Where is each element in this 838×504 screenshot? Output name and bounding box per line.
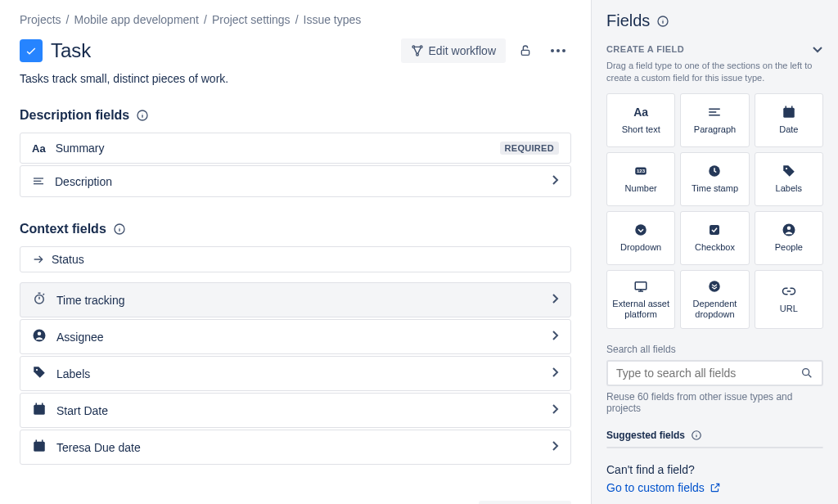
more-actions-icon[interactable] <box>545 38 571 64</box>
breadcrumb-projects[interactable]: Projects <box>20 13 61 26</box>
discard-button[interactable]: Discard <box>414 501 472 504</box>
context-fields-heading: Context fields <box>20 222 571 236</box>
chevron-down-icon[interactable] <box>812 42 823 56</box>
svg-rect-18 <box>36 403 38 406</box>
field-row[interactable]: Teresa Due date <box>20 430 571 465</box>
chevron-right-icon <box>551 293 559 307</box>
page-title: Task <box>51 39 91 62</box>
breadcrumb-project[interactable]: Mobile app development <box>74 13 199 26</box>
chevron-right-icon <box>551 440 559 454</box>
num-icon: 123 <box>633 164 648 178</box>
breadcrumb: Projects / Mobile app development / Proj… <box>20 13 571 26</box>
create-field-description: Drag a field type to one of the sections… <box>606 60 823 85</box>
svg-point-36 <box>635 224 647 236</box>
fields-panel-title: Fields <box>606 11 823 30</box>
lock-icon[interactable] <box>512 38 538 64</box>
field-type-url[interactable]: URL <box>755 270 823 329</box>
drop-icon <box>633 223 648 237</box>
suggested-fields-placeholder <box>606 447 823 448</box>
svg-rect-27 <box>710 115 721 116</box>
depdrop-icon <box>707 279 722 294</box>
field-row[interactable]: Time tracking <box>20 282 571 317</box>
field-type-number[interactable]: 123Number <box>606 152 675 206</box>
field-row[interactable]: Start Date <box>20 393 571 428</box>
tag-icon <box>782 164 796 178</box>
svg-point-14 <box>38 332 42 336</box>
url-icon <box>782 284 796 299</box>
person-icon <box>782 223 796 237</box>
svg-rect-19 <box>42 403 43 406</box>
svg-point-39 <box>787 227 791 231</box>
arrow-right-icon <box>32 253 45 266</box>
field-summary[interactable]: Aa Summary REQUIRED <box>20 133 571 164</box>
go-to-custom-fields-link[interactable]: Go to custom fields <box>606 481 823 494</box>
tag-icon <box>32 365 47 382</box>
field-type-dependent-dropdown[interactable]: Dependent dropdown <box>680 270 749 329</box>
search-icon <box>800 367 813 380</box>
svg-text:123: 123 <box>637 169 646 173</box>
field-type-time-stamp[interactable]: Time stamp <box>680 152 749 206</box>
required-badge: REQUIRED <box>500 142 559 155</box>
edit-workflow-button[interactable]: Edit workflow <box>401 38 506 63</box>
info-icon[interactable] <box>136 109 149 122</box>
cal-icon <box>32 439 47 456</box>
stopwatch-icon <box>32 291 47 308</box>
field-type-external-asset-platform[interactable]: External asset platform <box>606 270 675 329</box>
svg-point-4 <box>551 49 554 52</box>
suggested-fields-label: Suggested fields <box>606 429 823 442</box>
svg-rect-25 <box>710 109 721 110</box>
cal-icon <box>782 105 796 119</box>
breadcrumb-settings[interactable]: Project settings <box>212 13 291 26</box>
Aa-icon: Aa <box>633 105 648 119</box>
svg-point-42 <box>803 369 809 376</box>
chevron-right-icon <box>551 367 559 380</box>
chevron-right-icon <box>551 174 559 188</box>
para-icon <box>707 105 722 119</box>
info-icon[interactable] <box>656 15 669 28</box>
cal-icon <box>32 402 47 419</box>
field-type-paragraph[interactable]: Paragraph <box>680 93 749 147</box>
field-type-checkbox[interactable]: Checkbox <box>680 211 749 265</box>
svg-point-15 <box>36 369 38 371</box>
person-icon <box>32 328 47 345</box>
description-fields-heading: Description fields <box>20 108 571 123</box>
field-description[interactable]: Description <box>20 165 571 197</box>
save-changes-button: Save changes <box>479 501 571 504</box>
svg-rect-37 <box>710 225 719 235</box>
create-field-label: CREATE A FIELD <box>606 44 684 54</box>
clock-icon <box>707 164 722 178</box>
chevron-right-icon <box>551 330 559 344</box>
svg-rect-40 <box>635 282 647 290</box>
task-type-icon <box>20 39 43 62</box>
info-icon[interactable] <box>113 223 126 236</box>
search-all-fields-label: Search all fields <box>606 344 823 355</box>
svg-rect-26 <box>710 111 717 113</box>
svg-rect-23 <box>42 440 43 443</box>
field-type-labels[interactable]: Labels <box>755 152 823 206</box>
field-type-short-text[interactable]: AaShort text <box>606 93 675 147</box>
field-row[interactable]: Assignee <box>20 319 571 354</box>
ext-icon <box>633 279 648 294</box>
svg-rect-9 <box>34 180 41 181</box>
info-icon[interactable] <box>690 429 703 442</box>
field-type-date[interactable]: Date <box>755 93 823 147</box>
svg-point-35 <box>786 168 787 169</box>
reuse-fields-note: Reuse 60 fields from other issue types a… <box>606 391 823 414</box>
field-row[interactable]: Labels <box>20 356 571 391</box>
search-all-fields-input[interactable] <box>606 360 823 386</box>
svg-point-0 <box>412 46 415 48</box>
field-type-dropdown[interactable]: Dropdown <box>606 211 675 265</box>
svg-point-6 <box>562 49 565 52</box>
status-chip[interactable]: Status <box>20 246 571 272</box>
svg-point-2 <box>416 53 418 56</box>
svg-rect-31 <box>791 106 793 109</box>
check-icon <box>707 223 722 237</box>
short-text-icon: Aa <box>32 142 46 155</box>
svg-rect-8 <box>34 178 43 178</box>
svg-rect-22 <box>36 440 38 443</box>
svg-point-1 <box>420 46 422 48</box>
svg-point-5 <box>556 49 560 52</box>
external-link-icon <box>710 482 721 493</box>
breadcrumb-issue-types[interactable]: Issue types <box>304 13 362 26</box>
field-type-people[interactable]: People <box>755 211 823 265</box>
